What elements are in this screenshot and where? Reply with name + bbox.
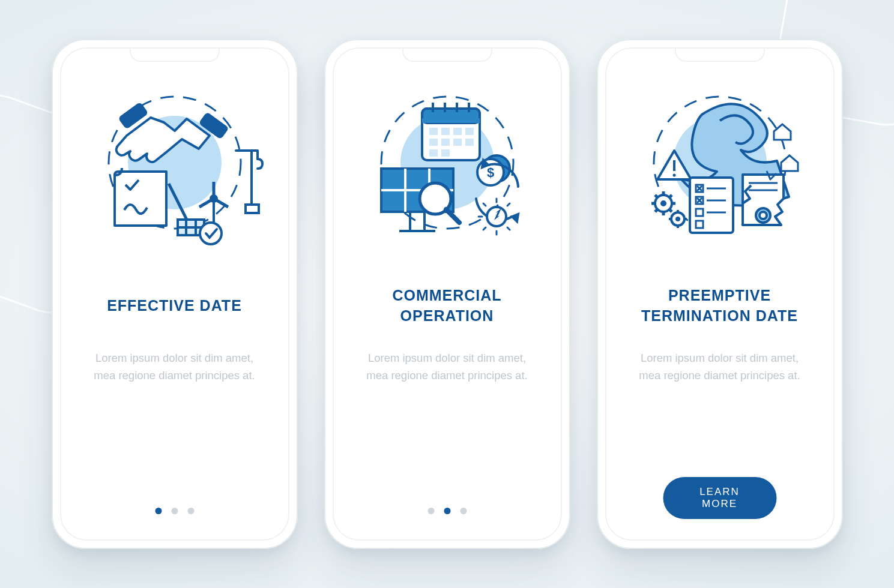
svg-line-64 — [669, 209, 672, 212]
learn-more-button[interactable]: LEARN MORE — [663, 477, 776, 519]
svg-point-56 — [672, 174, 675, 177]
svg-rect-17 — [422, 118, 480, 123]
phone-notch — [402, 49, 492, 62]
page-dot[interactable] — [187, 508, 194, 514]
handshake-contract-icon — [85, 79, 265, 259]
svg-rect-12 — [246, 205, 259, 213]
svg-rect-29 — [465, 139, 474, 146]
onboarding-title: PREEMPTIVE TERMINATION DATE — [623, 279, 817, 333]
svg-rect-28 — [453, 139, 462, 146]
onboarding-title: EFFECTIVE DATE — [103, 279, 246, 333]
svg-rect-25 — [465, 128, 474, 135]
svg-point-58 — [660, 200, 666, 206]
svg-rect-27 — [441, 139, 450, 146]
onboarding-screen: PREEMPTIVE TERMINATION DATE Lorem ipsum … — [605, 47, 835, 541]
svg-point-68 — [675, 217, 680, 221]
onboarding-body: Lorem ipsum dolor sit dim amet, mea regi… — [351, 350, 543, 384]
svg-rect-31 — [441, 149, 450, 157]
svg-line-63 — [655, 195, 657, 197]
svg-rect-26 — [429, 139, 438, 146]
svg-line-66 — [655, 209, 657, 212]
svg-rect-23 — [441, 128, 450, 135]
page-dot[interactable] — [171, 508, 178, 514]
phone-mockup-3: PREEMPTIVE TERMINATION DATE Lorem ipsum … — [597, 39, 843, 549]
termination-disaster-icon — [630, 79, 810, 259]
phone-notch — [130, 49, 220, 62]
svg-rect-80 — [696, 221, 703, 228]
phone-row: EFFECTIVE DATE Lorem ipsum dolor sit dim… — [52, 39, 843, 549]
onboarding-screen: EFFECTIVE DATE Lorem ipsum dolor sit dim… — [60, 47, 289, 541]
svg-line-50 — [507, 227, 510, 230]
svg-point-11 — [200, 223, 222, 244]
page-indicator — [155, 508, 194, 514]
svg-line-52 — [483, 227, 486, 230]
phone-mockup-1: EFFECTIVE DATE Lorem ipsum dolor sit dim… — [52, 39, 298, 549]
calendar-solar-icon: $ — [357, 79, 537, 259]
svg-rect-30 — [429, 149, 438, 157]
svg-text:$: $ — [486, 165, 494, 180]
phone-mockup-2: $ — [324, 39, 570, 549]
page-dot[interactable] — [444, 508, 450, 514]
svg-rect-78 — [696, 209, 703, 216]
onboarding-title: COMMERCIAL OPERATION — [351, 279, 544, 333]
page-dot[interactable] — [155, 508, 162, 514]
onboarding-body: Lorem ipsum dolor sit dim amet, mea regi… — [79, 350, 271, 384]
svg-rect-22 — [429, 128, 438, 135]
page-dot[interactable] — [427, 508, 434, 514]
svg-line-51 — [507, 203, 510, 206]
svg-line-65 — [669, 195, 672, 197]
onboarding-body: Lorem ipsum dolor sit dim amet, mea regi… — [624, 350, 816, 384]
page-dot[interactable] — [460, 508, 467, 514]
page-indicator — [427, 508, 467, 514]
svg-line-49 — [483, 203, 486, 206]
onboarding-screen: $ — [333, 47, 562, 541]
phone-notch — [675, 49, 765, 62]
svg-rect-24 — [453, 128, 462, 135]
svg-point-82 — [760, 212, 767, 219]
